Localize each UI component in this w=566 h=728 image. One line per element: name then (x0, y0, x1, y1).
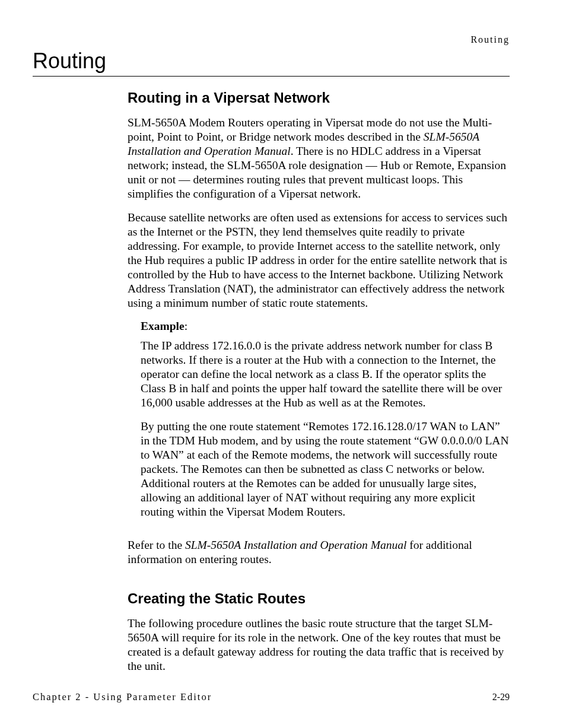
paragraph-3: Refer to the SLM-5650A Installation and … (128, 538, 510, 567)
heading-routing-vipersat: Routing in a Vipersat Network (128, 90, 510, 106)
content-area: Routing in a Vipersat Network SLM-5650A … (128, 90, 510, 673)
example-colon: : (185, 320, 187, 332)
running-head: Routing (470, 34, 510, 45)
paragraph-2: Because satellite networks are often use… (128, 211, 510, 310)
heading-creating-static-routes: Creating the Static Routes (128, 590, 510, 607)
example-block: Example: The IP address 172.16.0.0 is th… (141, 320, 510, 519)
section-title: Routing (33, 49, 510, 77)
footer-chapter-label: Chapter 2 - Using Parameter Editor (33, 691, 212, 703)
p3-italic: SLM-5650A Installation and Operation Man… (185, 539, 406, 551)
example-word: Example (141, 320, 185, 332)
paragraph-1: SLM-5650A Modem Routers operating in Vip… (128, 116, 510, 201)
page-footer: Chapter 2 - Using Parameter Editor 2-29 (33, 691, 510, 703)
example-paragraph-2: By putting the one route statement “Remo… (141, 419, 510, 519)
footer-page-number: 2-29 (492, 692, 510, 702)
p3-text-a: Refer to the (128, 539, 185, 551)
example-label: Example: (141, 320, 510, 333)
paragraph-4: The following procedure outlines the bas… (128, 616, 510, 673)
example-paragraph-1: The IP address 172.16.0.0 is the private… (141, 339, 510, 410)
